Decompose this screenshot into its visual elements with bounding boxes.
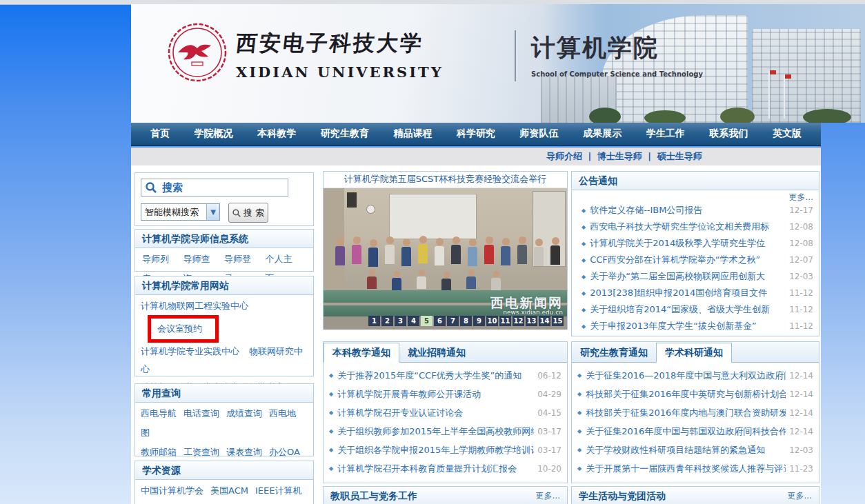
- pager-item[interactable]: 12: [513, 316, 524, 326]
- bullet-icon: ◆: [581, 290, 586, 296]
- notice-item: ◆关于组织教师参加2015年上半年全国高校教师网络培03-17: [324, 422, 567, 441]
- notice-date: 12-03: [789, 272, 813, 281]
- notice-link[interactable]: 2013[238]组织申报2014国创培育项目文件: [590, 287, 786, 299]
- search-button-label: 搜 索: [243, 207, 264, 219]
- slideshow-caption-link[interactable]: 计算机学院第五届SCST杯科技竞赛经验交流会举行: [344, 174, 547, 184]
- pager-item[interactable]: 2: [381, 316, 393, 326]
- bullet-icon: ◆: [577, 465, 581, 472]
- notice-link[interactable]: 科技部关于征集2016年度内地与澳门联合资助研发项: [586, 407, 786, 419]
- subnav-item-master-mentors[interactable]: 硕士生导师: [657, 151, 702, 161]
- nav-item-achievements[interactable]: 成果展示: [583, 128, 622, 140]
- pager-item[interactable]: 11: [499, 316, 511, 326]
- notice-link[interactable]: 关于举办“第二届全国高校物联网应用创新大: [590, 270, 786, 283]
- pager-item[interactable]: 14: [539, 316, 550, 326]
- notice-link[interactable]: 西安电子科技大学研究生学位论文相关费用标: [590, 221, 786, 233]
- link-phone-query[interactable]: 电话查询: [183, 408, 219, 419]
- nav-item-overview[interactable]: 学院概况: [195, 128, 233, 140]
- subnav-item-mentor-intro[interactable]: 导师介绍: [546, 151, 582, 161]
- chevron-down-icon[interactable]: ▼: [206, 204, 219, 220]
- nav-item-home[interactable]: 首页: [150, 128, 170, 140]
- bullet-icon: ◆: [577, 428, 581, 434]
- link-timetable-query[interactable]: 课表查询: [226, 447, 262, 457]
- nav-item-students[interactable]: 学生工作: [646, 128, 685, 140]
- pager-item[interactable]: 7: [447, 316, 459, 326]
- notice-date: 12-07: [789, 255, 813, 265]
- notice-link[interactable]: 关于组织培育2014“国家级、省级大学生创新: [590, 303, 786, 316]
- link-meeting-room-booking[interactable]: 会议室预约: [157, 323, 202, 334]
- bullet-icon: ◆: [581, 257, 586, 263]
- nav-item-courses[interactable]: 精品课程: [393, 128, 432, 140]
- student-activities-more-link[interactable]: 更多...: [788, 487, 812, 504]
- slideshow-photo[interactable]: 西电新闻网 news.xidian.edu.cn 1 2 3 4 5 6 7 8…: [324, 188, 567, 330]
- nav-item-undergrad[interactable]: 本科教学: [257, 128, 296, 140]
- notice-link[interactable]: 计算机学院召开本科教育质量提升计划汇报会: [337, 463, 534, 475]
- search-button[interactable]: 搜 索: [228, 203, 268, 223]
- pager-item[interactable]: 3: [395, 316, 406, 326]
- notice-link[interactable]: 计算机学院召开专业认证讨论会: [337, 407, 534, 419]
- notice-link[interactable]: 关于学校财政性科研项目结题结算的紧急通知: [586, 444, 786, 456]
- notice-date: 12-08: [789, 222, 813, 232]
- notice-link[interactable]: 关于征集2016年度中国与韩国双边政府间科技合作项: [586, 425, 786, 438]
- link-ccf[interactable]: 中国计算机学会: [141, 485, 203, 496]
- nav-item-faculty[interactable]: 师资队伍: [520, 128, 559, 140]
- queries-panel-title: 常用查询: [142, 385, 181, 402]
- tree: [803, 109, 851, 123]
- page-container: 西安电子科技大学 XIDIAN UNIVERSITY 计算机学院 School …: [131, 4, 865, 504]
- notice-link[interactable]: 关于推荐2015年度“CCF优秀大学生奖”的通知: [337, 370, 534, 382]
- subnav-item-phd-mentors[interactable]: 博士生导师: [597, 151, 642, 161]
- pager-item[interactable]: 9: [473, 316, 485, 326]
- notice-link[interactable]: 关于组织教师参加2015年上半年全国高校教师网络培: [337, 425, 534, 438]
- pager-item[interactable]: 13: [526, 316, 537, 326]
- link-practice-center[interactable]: 计算机学院专业实践中心: [141, 346, 239, 356]
- link-grade-query[interactable]: 成绩查询: [226, 408, 262, 419]
- pager-item[interactable]: 1: [368, 316, 380, 326]
- notice-item: ◆关于组织培育2014“国家级、省级大学生创新11-12: [572, 301, 819, 318]
- nav-item-research[interactable]: 科学研究: [457, 128, 495, 140]
- pager-item-active[interactable]: 5: [421, 316, 432, 326]
- pager-item[interactable]: 10: [486, 316, 498, 326]
- notice-link[interactable]: 关于开展第十一届陕西青年科技奖候选人推荐与评选工: [586, 463, 786, 475]
- university-name-zh: 西安电子科技大学: [235, 29, 513, 58]
- tab-undergrad-teaching-notices[interactable]: 本科教学通知: [324, 343, 399, 363]
- notice-date: 12-14: [789, 408, 813, 418]
- search-input[interactable]: [141, 179, 288, 196]
- notice-item: ◆西安电子科技大学研究生学位论文相关费用标12-08: [572, 219, 819, 235]
- link-xd-guide[interactable]: 西电导航: [141, 408, 177, 419]
- pager-item[interactable]: 15: [552, 316, 564, 326]
- link-iot-lab[interactable]: 计算机物联网工程实验中心: [141, 301, 248, 311]
- tab-graduate-education-notices[interactable]: 研究生教育通知: [572, 343, 656, 362]
- notice-link[interactable]: 软件定义存储--IBM公司报告: [590, 204, 786, 216]
- pager-item[interactable]: 4: [408, 316, 419, 326]
- staff-party-more-link[interactable]: 更多...: [536, 487, 560, 504]
- tab-job-recruit-notices[interactable]: 就业招聘通知: [399, 343, 474, 362]
- notice-link[interactable]: 科技部关于征集2016年度中英研究与创新桥计划合作: [586, 388, 786, 401]
- news-watermark: 西电新闻网 news.xidian.edu.cn: [490, 296, 563, 316]
- student-activities-panel: 学生活动与党团活动 更多...: [571, 486, 819, 504]
- bullet-icon: ◆: [329, 410, 333, 416]
- notice-link[interactable]: 关于组织各学院申报2015年上学期教师教学培训计划: [337, 444, 534, 456]
- nav-item-english[interactable]: 英文版: [773, 128, 802, 140]
- bullet-icon: ◆: [577, 372, 581, 379]
- notice-item: ◆2013[238]组织申报2014国创培育项目文件11-12: [572, 285, 819, 301]
- teaching-notices-panel: 本科教学通知 就业招聘通知 ◆关于推荐2015年度“CCF优秀大学生奖”的通知0…: [323, 341, 568, 483]
- announcements-more-link[interactable]: 更多...: [789, 192, 813, 202]
- nav-item-contact[interactable]: 联系我们: [709, 128, 748, 140]
- link-acm[interactable]: 美国ACM: [210, 485, 248, 496]
- link-salary-query[interactable]: 工资查询: [183, 447, 219, 457]
- photo-projector-screen: [389, 194, 477, 239]
- notice-link[interactable]: 关于申报2013年度大学生“拔尖创新基金”: [590, 320, 786, 332]
- notice-date: 04-29: [537, 390, 561, 399]
- search-icon: [146, 182, 157, 196]
- tree: [589, 108, 621, 123]
- notice-link[interactable]: 计算机学院开展青年教师公开课活动: [337, 388, 534, 401]
- search-mode-select[interactable]: 智能模糊搜索 ▼: [141, 203, 220, 221]
- pager-item[interactable]: 6: [434, 316, 446, 326]
- link-teacher-mail[interactable]: 教师邮箱: [141, 447, 177, 457]
- pager-item[interactable]: 8: [460, 316, 472, 326]
- notice-link[interactable]: CCF西安分部在计算机学院举办“学术之秋”: [590, 254, 786, 266]
- tab-academic-research-notices[interactable]: 学术科研通知: [656, 343, 732, 363]
- nav-item-graduate[interactable]: 研究生教育: [321, 128, 369, 140]
- academic-resources-panel: 学术资源 中国计算机学会美国ACMIEEE计算机协会 陕西电子学会西电学报ISC…: [135, 461, 314, 504]
- notice-link[interactable]: 计算机学院关于2014级秋季入学研究生学位: [590, 237, 786, 250]
- notice-link[interactable]: 关于征集2016—2018年度中国与意大利双边政府间: [586, 370, 786, 382]
